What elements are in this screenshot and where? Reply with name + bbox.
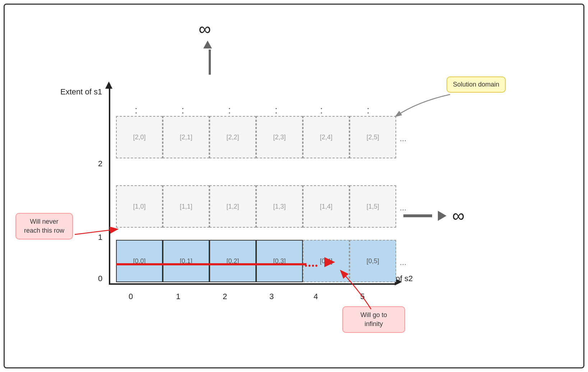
diagram-area: ∞ ∞ Extent of s1 Extent of s2 0 1 2 0 1 … (5, 5, 583, 367)
infinity-callout-arrow-svg (5, 5, 585, 369)
diagram-container: ∞ ∞ Extent of s1 Extent of s2 0 1 2 0 1 … (4, 4, 584, 368)
